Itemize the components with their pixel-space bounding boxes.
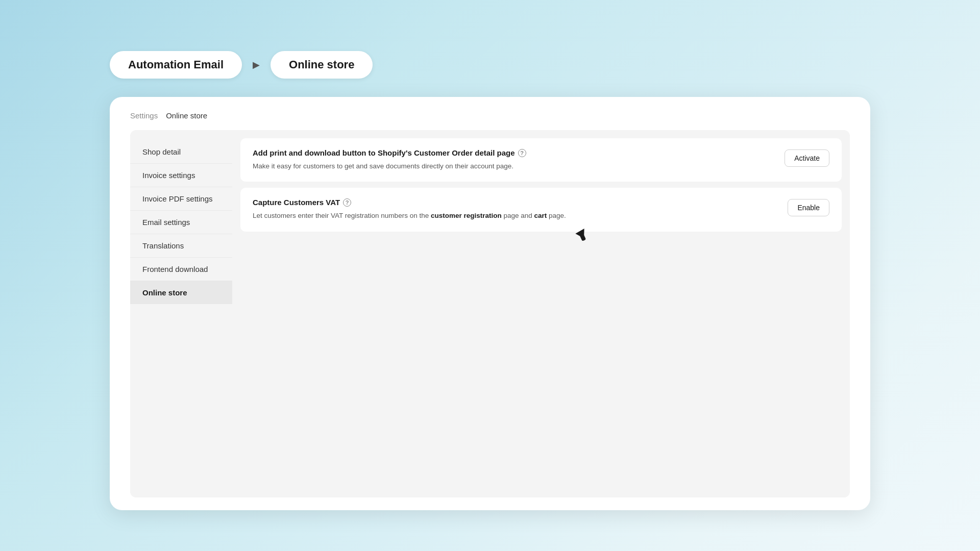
sidebar-item-shop-detail[interactable]: Shop detail <box>130 140 232 164</box>
sidebar-item-translations[interactable]: Translations <box>130 234 232 258</box>
capture-vat-content: Capture Customers VAT ? Let customers en… <box>253 198 777 221</box>
sidebar-item-frontend-download[interactable]: Frontend download <box>130 258 232 281</box>
online-store-tab[interactable]: Online store <box>271 51 373 79</box>
capture-vat-bold1: customer registration <box>431 212 502 219</box>
top-navigation: Automation Email ▶ Online store <box>110 51 373 79</box>
capture-vat-help-icon[interactable]: ? <box>343 198 351 207</box>
main-content: Add print and download button to Shopify… <box>232 130 850 497</box>
sidebar-item-email-settings[interactable]: Email settings <box>130 211 232 234</box>
sidebar-item-online-store[interactable]: Online store <box>130 281 232 304</box>
capture-vat-description: Let customers enter their VAT registrati… <box>253 211 777 221</box>
capture-vat-desc-start: Let customers enter their VAT registrati… <box>253 212 431 219</box>
automation-email-tab[interactable]: Automation Email <box>110 51 242 79</box>
breadcrumb: Settings Online store <box>110 97 870 120</box>
print-download-card: Add print and download button to Shopify… <box>240 138 842 182</box>
sidebar: Shop detail Invoice settings Invoice PDF… <box>130 130 232 497</box>
enable-button[interactable]: Enable <box>788 199 829 216</box>
capture-vat-bold2: cart <box>534 212 547 219</box>
print-download-help-icon[interactable]: ? <box>518 149 526 157</box>
breadcrumb-current: Online store <box>166 111 207 120</box>
breadcrumb-settings[interactable]: Settings <box>130 111 158 120</box>
activate-button[interactable]: Activate <box>785 149 829 167</box>
capture-vat-title: Capture Customers VAT ? <box>253 198 777 207</box>
sidebar-item-invoice-pdf-settings[interactable]: Invoice PDF settings <box>130 187 232 211</box>
print-download-description: Make it easy for customers to get and sa… <box>253 161 774 171</box>
print-download-content: Add print and download button to Shopify… <box>253 148 774 171</box>
sidebar-item-invoice-settings[interactable]: Invoice settings <box>130 164 232 187</box>
capture-vat-desc-end: page. <box>547 212 566 219</box>
print-download-title: Add print and download button to Shopify… <box>253 148 774 157</box>
capture-vat-card: Capture Customers VAT ? Let customers en… <box>240 188 842 231</box>
nav-arrow-icon: ▶ <box>248 57 264 73</box>
capture-vat-desc-mid: page and <box>502 212 534 219</box>
content-area: Shop detail Invoice settings Invoice PDF… <box>130 130 850 497</box>
main-card: Settings Online store Shop detail Invoic… <box>110 97 870 510</box>
